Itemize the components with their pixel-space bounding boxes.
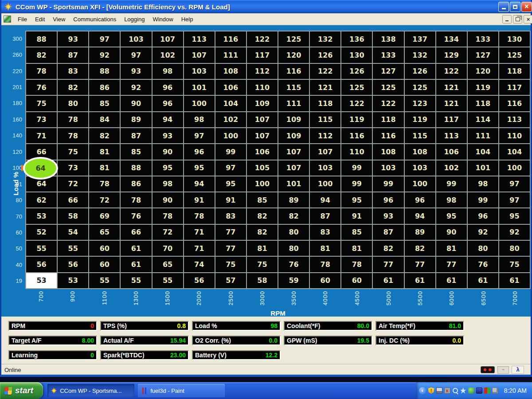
ve-cell[interactable]: 83 — [215, 208, 246, 223]
ve-cell[interactable]: 100 — [247, 176, 278, 192]
menu-logging[interactable]: Logging — [120, 15, 149, 24]
ve-cell[interactable]: 83 — [58, 64, 88, 79]
ve-cell[interactable]: 78 — [26, 64, 57, 79]
ve-cell[interactable]: 84 — [89, 112, 120, 127]
ve-cell[interactable]: 103 — [184, 64, 215, 79]
ve-cell[interactable]: 125 — [278, 31, 309, 47]
menu-view[interactable]: View — [49, 15, 69, 24]
ve-cell[interactable]: 75 — [26, 96, 57, 111]
ve-cell[interactable]: 56 — [58, 257, 88, 272]
ve-cell[interactable]: 52 — [26, 225, 57, 240]
ve-cell[interactable]: 95 — [153, 160, 183, 176]
ve-cell[interactable]: 72 — [58, 176, 88, 192]
ve-cell[interactable]: 99 — [341, 176, 372, 192]
ve-cell[interactable]: 72 — [153, 225, 183, 240]
ve-cell[interactable]: 118 — [310, 96, 340, 111]
ve-cell[interactable]: 54 — [58, 225, 88, 240]
ve-cell[interactable]: 105 — [247, 160, 278, 176]
ve-cell[interactable]: 89 — [278, 192, 309, 207]
ve-cell[interactable]: 92 — [89, 47, 120, 63]
ve-cell[interactable]: 82 — [405, 241, 435, 256]
ve-cell[interactable]: 106 — [215, 80, 246, 95]
ve-cell[interactable]: 122 — [310, 64, 340, 79]
ve-cell[interactable]: 55 — [26, 241, 57, 256]
ve-cell[interactable]: 108 — [405, 144, 435, 159]
ve-cell[interactable]: 132 — [310, 31, 340, 47]
ve-cell[interactable]: 78 — [58, 128, 88, 143]
ve-cell[interactable]: 104 — [499, 144, 530, 159]
ve-cell[interactable]: 125 — [499, 47, 530, 63]
ve-cell[interactable]: 82 — [247, 225, 278, 240]
ve-cell[interactable]: 90 — [153, 144, 183, 159]
ve-cell[interactable]: 71 — [184, 241, 215, 256]
ve-cell[interactable]: 82 — [89, 128, 120, 143]
ve-cell[interactable]: 93 — [373, 208, 403, 223]
ve-cell[interactable]: 99 — [436, 176, 467, 192]
ve-cell[interactable]: 96 — [153, 80, 183, 95]
dual-monitor-icon[interactable] — [492, 387, 498, 394]
ve-cell[interactable]: 126 — [405, 64, 435, 79]
wireless-network-icon[interactable] — [436, 387, 442, 394]
ve-cell[interactable]: 69 — [89, 208, 120, 223]
ve-cell[interactable]: 116 — [499, 96, 530, 111]
ve-cell[interactable]: 102 — [153, 47, 183, 63]
ve-cell[interactable]: 80 — [468, 241, 498, 256]
ve-cell[interactable]: 94 — [153, 112, 183, 127]
ve-cell[interactable]: 98 — [184, 112, 215, 127]
ve-cell[interactable]: 117 — [436, 112, 467, 127]
ve-cell[interactable]: 81 — [247, 241, 278, 256]
ve-cell[interactable]: 81 — [310, 241, 340, 256]
ve-cell[interactable]: 95 — [436, 208, 467, 223]
ve-cell[interactable]: 90 — [436, 225, 467, 240]
ve-cell[interactable]: 88 — [89, 64, 120, 79]
ve-cell[interactable]: 138 — [373, 31, 403, 47]
ve-cell[interactable]: 115 — [278, 80, 309, 95]
ve-cell[interactable]: 107 — [310, 144, 340, 159]
ve-cell[interactable]: 74 — [184, 257, 215, 272]
ve-cell[interactable]: 90 — [121, 96, 151, 111]
ve-cell[interactable]: 78 — [58, 112, 88, 127]
ve-cell[interactable]: 81 — [436, 241, 467, 256]
ve-cell[interactable]: 94 — [184, 176, 215, 192]
ve-cell[interactable]: 78 — [341, 257, 372, 272]
ve-cell[interactable]: 60 — [89, 241, 120, 256]
ve-cell[interactable]: 107 — [153, 31, 183, 47]
ve-cell[interactable]: 82 — [278, 208, 309, 223]
ve-cell[interactable]: 91 — [341, 208, 372, 223]
maximize-button[interactable] — [510, 2, 520, 12]
ve-cell[interactable]: 62 — [26, 192, 57, 207]
battery-icon[interactable] — [476, 387, 482, 394]
ve-cell[interactable]: 99 — [341, 160, 372, 176]
graphics-icon[interactable] — [484, 387, 490, 394]
ve-cell[interactable]: 91 — [184, 192, 215, 207]
close-button[interactable]: × — [521, 2, 532, 12]
ve-cell[interactable]: 65 — [89, 225, 120, 240]
ve-cell[interactable]: 99 — [468, 192, 498, 207]
ve-cell[interactable]: 82 — [373, 241, 403, 256]
ve-cell[interactable]: 61 — [373, 273, 403, 288]
mdi-close-button[interactable]: × — [524, 15, 532, 23]
ve-cell[interactable]: 137 — [405, 31, 435, 47]
ve-cell[interactable]: 89 — [405, 225, 435, 240]
ve-cell[interactable]: 97 — [121, 47, 151, 63]
search-magnifier-icon[interactable] — [452, 387, 458, 394]
ve-cell[interactable]: 117 — [247, 47, 278, 63]
ve-cell[interactable]: 111 — [468, 128, 498, 143]
ve-cell[interactable]: 122 — [373, 96, 403, 111]
ve-cell[interactable]: 76 — [26, 80, 57, 95]
ve-cell[interactable]: 87 — [310, 208, 340, 223]
ve-cell[interactable]: 96 — [405, 192, 435, 207]
ve-cell[interactable]: 55 — [58, 241, 88, 256]
ve-cell[interactable]: 126 — [310, 47, 340, 63]
ve-cell[interactable]: 93 — [58, 31, 88, 47]
menu-edit[interactable]: Edit — [31, 15, 49, 24]
ve-cell[interactable]: 60 — [341, 273, 372, 288]
ve-cell[interactable]: 61 — [468, 273, 498, 288]
ve-cell[interactable]: 82 — [247, 208, 278, 223]
ve-cell[interactable]: 127 — [468, 47, 498, 63]
ve-cell[interactable]: 88 — [26, 31, 57, 47]
ve-cell[interactable]: 87 — [58, 47, 88, 63]
ve-cell[interactable]: 78 — [153, 208, 183, 223]
ve-cell[interactable]: 60 — [310, 273, 340, 288]
ve-cell[interactable]: 78 — [89, 176, 120, 192]
